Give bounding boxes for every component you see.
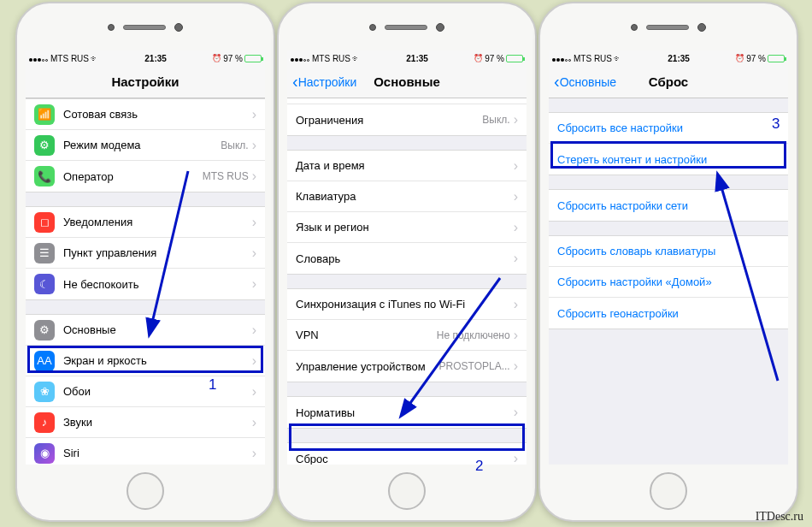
list-item[interactable]: Язык и регион› (287, 212, 527, 243)
chevron-right-icon: › (514, 297, 518, 312)
chevron-right-icon: › (252, 415, 256, 430)
app-icon: ☰ (34, 243, 55, 264)
list-item[interactable]: Сбросить все настройки (549, 113, 788, 144)
list-item[interactable]: Сбросить геонастройки (549, 298, 788, 329)
list-item[interactable]: Нормативы› (287, 397, 527, 428)
list-item[interactable]: › (287, 98, 527, 104)
alarm-icon: ⏰ (474, 54, 483, 62)
back-label: Настройки (298, 75, 357, 89)
item-detail: Выкл. (482, 114, 509, 126)
item-label: Пункт управления (63, 246, 252, 259)
wifi-icon: ᯤ (614, 54, 622, 63)
list-item[interactable]: VPNНе подключено› (287, 320, 527, 351)
item-label: Siri (63, 447, 252, 459)
item-label: Оператор (63, 170, 203, 183)
item-detail: Выкл. (221, 139, 248, 151)
back-button[interactable]: ‹ Настройки (292, 72, 356, 92)
phone-settings: MTS RUS ᯤ 21:35 ⏰ 97 % Настройки 📶Сотова… (15, 2, 275, 522)
chevron-right-icon: › (514, 451, 518, 465)
list-item[interactable]: ⚙Основные› (26, 315, 265, 346)
list-item[interactable]: 📶Сотовая связь› (26, 99, 265, 130)
list-item[interactable]: ⚙Режим модемаВыкл.› (26, 130, 265, 161)
screen-settings: MTS RUS ᯤ 21:35 ⏰ 97 % Настройки 📶Сотова… (26, 50, 265, 465)
settings-list[interactable]: 📶Сотовая связь›⚙Режим модемаВыкл.›📞Опера… (26, 98, 265, 465)
battery-percent: 97 % (485, 54, 504, 63)
settings-group: ⚙Основные›AAЭкран и яркость›❀Обои›♪Звуки… (26, 314, 265, 465)
list-item[interactable]: ◻Уведомления› (26, 207, 265, 238)
list-item[interactable]: Сброс› (287, 443, 527, 465)
list-item[interactable]: ❀Обои› (26, 376, 265, 407)
list-item[interactable]: Стереть контент и настройки (549, 144, 788, 175)
step-number-2: 2 (475, 458, 483, 475)
phone-reset: MTS RUS ᯤ 21:35 ⏰ 97 % ‹ Основные Сброс … (538, 2, 798, 522)
wifi-icon: ᯤ (352, 54, 361, 63)
app-icon: ♪ (34, 412, 55, 433)
home-button[interactable] (650, 472, 687, 510)
page-title: Настройки (26, 74, 265, 89)
list-item[interactable]: ОграниченияВыкл.› (287, 104, 527, 135)
item-label: Сбросить геонастройки (557, 307, 780, 320)
list-item[interactable]: 📞ОператорMTS RUS› (26, 161, 265, 192)
list-item[interactable]: AAЭкран и яркость› (26, 346, 265, 376)
app-icon: ⚙ (34, 135, 55, 156)
chevron-right-icon: › (514, 112, 518, 127)
item-label: Сбросить настройки «Домой» (557, 275, 780, 288)
settings-group: 📶Сотовая связь›⚙Режим модемаВыкл.›📞Опера… (26, 98, 265, 192)
app-icon: ⚙ (34, 320, 55, 340)
reset-list[interactable]: Сбросить все настройкиСтереть контент и … (549, 98, 788, 465)
item-label: VPN (296, 329, 437, 341)
settings-group: Сбросить настройки сети (549, 189, 788, 222)
list-item[interactable]: ♪Звуки› (26, 407, 265, 438)
battery-icon (244, 55, 262, 62)
settings-group: Сбросить словарь клавиатурыСбросить наст… (549, 235, 788, 329)
chevron-right-icon: › (252, 138, 256, 153)
settings-group: ◻Уведомления›☰Пункт управления›☾Не беспо… (26, 206, 265, 300)
signal-icon (291, 54, 310, 63)
item-label: Звуки (63, 416, 252, 429)
phone-hardware-top (540, 3, 797, 50)
settings-group: Синхронизация с iTunes по Wi-Fi›VPNНе по… (287, 288, 527, 382)
battery-percent: 97 % (746, 54, 766, 63)
settings-group: ›ОграниченияВыкл.› (287, 98, 527, 136)
chevron-right-icon: › (252, 107, 256, 122)
step-number-3: 3 (772, 115, 780, 133)
signal-icon (552, 54, 572, 63)
alarm-icon: ⏰ (735, 54, 744, 62)
carrier-label: MTS RUS (312, 54, 350, 63)
chevron-right-icon: › (252, 353, 256, 369)
battery-icon (768, 55, 785, 62)
home-button[interactable] (388, 472, 426, 510)
list-item[interactable]: Дата и время› (287, 151, 527, 181)
chevron-right-icon: › (252, 446, 256, 461)
phone-hardware-top (17, 3, 274, 50)
item-label: Словарь (296, 252, 514, 265)
list-item[interactable]: Сбросить настройки «Домой» (549, 267, 788, 298)
list-item[interactable]: Управление устройствомPROSTOPLA...› (287, 351, 527, 382)
back-button[interactable]: ‹ Основные (554, 72, 616, 92)
item-label: Управление устройством (296, 360, 439, 373)
chevron-right-icon: › (252, 169, 256, 184)
chevron-right-icon: › (252, 246, 256, 261)
chevron-right-icon: › (514, 405, 518, 420)
list-item[interactable]: ◉Siri› (26, 438, 265, 465)
app-icon: ◉ (34, 443, 55, 464)
general-list[interactable]: ›ОграниченияВыкл.›Дата и время›Клавиатур… (287, 98, 527, 465)
item-label: Сбросить настройки сети (557, 199, 780, 212)
chevron-right-icon: › (514, 189, 518, 204)
list-item[interactable]: Сбросить словарь клавиатуры (549, 236, 788, 267)
list-item[interactable]: ☰Пункт управления› (26, 238, 265, 269)
list-item[interactable]: Словарь› (287, 243, 527, 274)
app-icon: ◻ (34, 212, 55, 233)
list-item[interactable]: Синхронизация с iTunes по Wi-Fi› (287, 289, 527, 320)
chevron-right-icon: › (252, 384, 256, 400)
screen-general: MTS RUS ᯤ 21:35 ⏰ 97 % ‹ Настройки Основ… (287, 50, 527, 465)
list-item[interactable]: ☾Не беспокоить› (26, 269, 265, 299)
item-label: Сотовая связь (63, 108, 252, 121)
settings-group: Нормативы› (287, 396, 527, 429)
list-item[interactable]: Клавиатура› (287, 181, 527, 212)
list-item[interactable]: Сбросить настройки сети (549, 190, 788, 221)
item-label: Сбросить все настройки (557, 121, 780, 134)
home-button[interactable] (127, 472, 164, 510)
back-label: Основные (560, 75, 616, 89)
navbar: ‹ Настройки Основные (287, 66, 527, 98)
